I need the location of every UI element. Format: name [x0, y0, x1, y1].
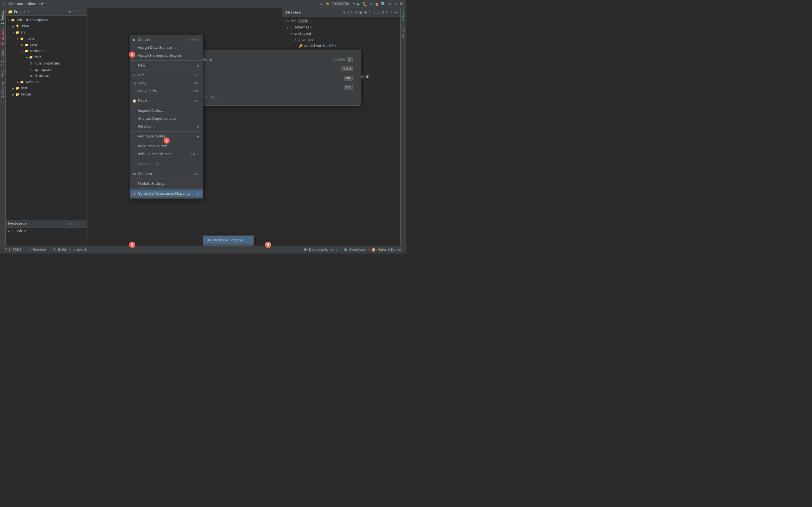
- persist-pin-icon[interactable]: ⚲: [73, 222, 75, 226]
- persist-icon1[interactable]: ⊞: [68, 222, 71, 226]
- menu-item-copy[interactable]: ⎘ Copy ⌘C: [130, 79, 203, 87]
- run-icon[interactable]: ▶: [357, 2, 360, 6]
- menu-item-assign-ds[interactable]: Assign Data Sources...: [130, 44, 203, 52]
- grid-icon[interactable]: ⊞: [394, 2, 397, 6]
- terminal-icon[interactable]: ⌘: [399, 2, 403, 6]
- sep-5: [368, 247, 368, 252]
- db-add-icon[interactable]: +: [343, 10, 346, 15]
- sidebar-item-structure[interactable]: 7: Structure: [1, 48, 5, 68]
- menu-item-console[interactable]: ▶ Console ⇧⌘F10: [130, 36, 203, 44]
- db-minimize-icon[interactable]: −: [395, 10, 398, 15]
- menu-item-module-settings[interactable]: Module Settings: [130, 180, 203, 187]
- settings-small-icon[interactable]: ⚙: [68, 10, 71, 14]
- db-pin-icon[interactable]: ⚲: [386, 10, 389, 15]
- menu-item-copy-paths[interactable]: Copy Paths ⇧⌘C: [130, 87, 203, 95]
- schemas-icon: 🗂: [289, 25, 293, 30]
- menu-item-cut[interactable]: ✂ Cut ⌘X: [130, 71, 203, 79]
- stop-icon[interactable]: ◼: [375, 2, 378, 6]
- tree-item-src[interactable]: ▾ 📁 src: [6, 29, 87, 36]
- search-icon[interactable]: 🔍: [381, 2, 386, 6]
- tree-item-test[interactable]: ▶ 📁 test: [6, 85, 87, 91]
- menu-item-assign-ns[interactable]: Assign Naming Strategies...: [130, 52, 203, 59]
- menu-item-paste[interactable]: 📋 Paste ⌘V: [130, 97, 203, 105]
- db-ssh-badge: 1 of 9: [298, 19, 308, 23]
- db-copy-icon[interactable]: ⎘: [347, 10, 349, 15]
- tree-item-webapp[interactable]: ▶ 📁 webapp: [6, 79, 87, 85]
- bottom-java[interactable]: ☕ Java E...: [71, 246, 92, 254]
- tree-item-jdbs[interactable]: ▶ ⚙ jdbs.properties: [6, 60, 87, 66]
- tomcat-label[interactable]: TOMCAT8: [332, 2, 350, 6]
- db-toolbar: Database + ⎘ ↻ ⟳ ◼ ⊞ ↑ ↓ ⊽ ⚙ ⚲ ⋮ −: [282, 8, 400, 17]
- submenu-by-schema[interactable]: By Database Schema: [203, 236, 253, 244]
- minimize-icon[interactable]: −: [82, 10, 85, 14]
- db-item-ssh[interactable]: ▾ ⚙ ssh 1 of 9: [282, 18, 400, 24]
- right-tab-maven[interactable]: Maven: [401, 26, 405, 40]
- tree-item-java[interactable]: ▶ 📁 java: [6, 42, 87, 48]
- menu-item-compare[interactable]: ⊞ Compare ⌘D: [130, 170, 203, 178]
- bottom-build[interactable]: 🔨 Build: [50, 246, 68, 254]
- db-export-icon[interactable]: ↑: [368, 10, 371, 15]
- menu-item-refactor[interactable]: Refactor ▶: [130, 122, 203, 130]
- ssh-label: ssh ~/Desktop/ssh: [16, 18, 48, 22]
- sidebar-item-web[interactable]: Web: [1, 69, 5, 78]
- sidebar-item-project[interactable]: 1: Project: [1, 9, 5, 26]
- struts-xml-label: struts.xml: [35, 74, 51, 78]
- bottom-terminal[interactable]: ▷ Terminal: [27, 246, 48, 254]
- chevron-icon[interactable]: ▾: [353, 2, 355, 6]
- coverage-icon[interactable]: ⚙: [370, 2, 373, 6]
- menu-item-new[interactable]: New ▶: [130, 61, 203, 69]
- tree-item-resources[interactable]: ▾ 📁 resources: [6, 48, 87, 54]
- tree-item-target[interactable]: ▶ 📁 target: [6, 91, 87, 98]
- menu-item-inspect[interactable]: Inspect Code...: [130, 107, 203, 115]
- db-more-icon[interactable]: ⋮: [390, 10, 394, 15]
- sidebar-item-favorites[interactable]: 2: Favorites: [1, 80, 5, 100]
- menu-item-analyze[interactable]: Analyze Dependencies...: [130, 115, 203, 122]
- persist-more-icon[interactable]: ⋮: [77, 222, 80, 226]
- db-settings-icon[interactable]: ⚙: [381, 10, 385, 15]
- struts-xml-icon: ≡: [29, 73, 33, 78]
- bottom-event-log[interactable]: Event Log: [342, 246, 367, 254]
- more-icon[interactable]: ⋮: [77, 10, 80, 14]
- persist-minimize-icon[interactable]: −: [82, 222, 85, 226]
- todo-icon: ☑: [4, 248, 8, 252]
- bottom-material[interactable]: Material Darker: [370, 246, 404, 254]
- project-chevron[interactable]: ▾: [28, 10, 30, 13]
- persistence-panel-actions: ⊞ ⚲ ⋮ −: [68, 222, 85, 226]
- tree-item-main[interactable]: ▾ 📁 main: [6, 36, 87, 42]
- sep2: [130, 70, 203, 70]
- tree-item-ssh[interactable]: ▾ 📁 ssh ~/Desktop/ssh: [6, 17, 87, 23]
- debug-icon[interactable]: 🐛: [363, 2, 367, 6]
- db-stop-icon[interactable]: ◼: [359, 10, 363, 15]
- admid-key-icon: 🔑: [299, 44, 303, 48]
- tree-item-persist-ssh[interactable]: ▶ ⬡ ssh 2: [6, 228, 87, 234]
- reveal-label: Reveal in Finder: [138, 162, 199, 166]
- db-import-icon[interactable]: ↓: [372, 10, 376, 15]
- db-table-icon[interactable]: ⊞: [364, 10, 367, 15]
- paste-label: Paste: [138, 99, 188, 103]
- bottom-todo[interactable]: ☑ 6: TODO: [2, 246, 24, 254]
- menu-item-rebuild[interactable]: Rebuild Module 'ssh' ⇧⌘F9: [130, 150, 203, 158]
- club-label: club: [35, 55, 42, 59]
- db-item-student[interactable]: ▾ 🗃 student: [282, 31, 400, 37]
- tree-item-struts-xml[interactable]: ▶ ≡ struts.xml: [6, 73, 87, 79]
- bottom-schema[interactable]: By Database Schema: [302, 246, 340, 254]
- tree-item-club[interactable]: ▶ 📁 club: [6, 54, 87, 60]
- sep-2: [49, 247, 49, 252]
- db-sync-icon[interactable]: ⟳: [355, 10, 358, 15]
- pin-small-icon[interactable]: ⚲: [73, 10, 75, 14]
- java-folder-icon: 📁: [24, 43, 29, 47]
- db-item-schemas[interactable]: ▾ 🗂 schemas 1: [282, 24, 400, 31]
- right-tab-database[interactable]: Database: [401, 8, 405, 26]
- menu-item-generate[interactable]: ⊞ Generate Persistence Mapping ▶: [130, 189, 203, 198]
- sidebar-item-persistence[interactable]: Persistence: [1, 27, 5, 47]
- by-schema-label: By Database Schema: [207, 238, 243, 242]
- tree-item-idea[interactable]: ▶ 💡 .idea: [6, 23, 87, 29]
- badge-generate: 3: [129, 242, 135, 248]
- db-refresh-icon[interactable]: ↻: [350, 10, 354, 15]
- settings-icon[interactable]: ⚙: [388, 2, 392, 6]
- db-item-admid[interactable]: 🔑 admId varchar(20): [282, 43, 400, 49]
- tree-item-spring-xml[interactable]: ▶ ≡ spring.xml: [6, 66, 87, 73]
- student-label: student: [298, 32, 311, 36]
- db-filter-icon[interactable]: ⊽: [377, 10, 380, 15]
- db-item-admin[interactable]: ▾ ⊞ admin: [282, 37, 400, 43]
